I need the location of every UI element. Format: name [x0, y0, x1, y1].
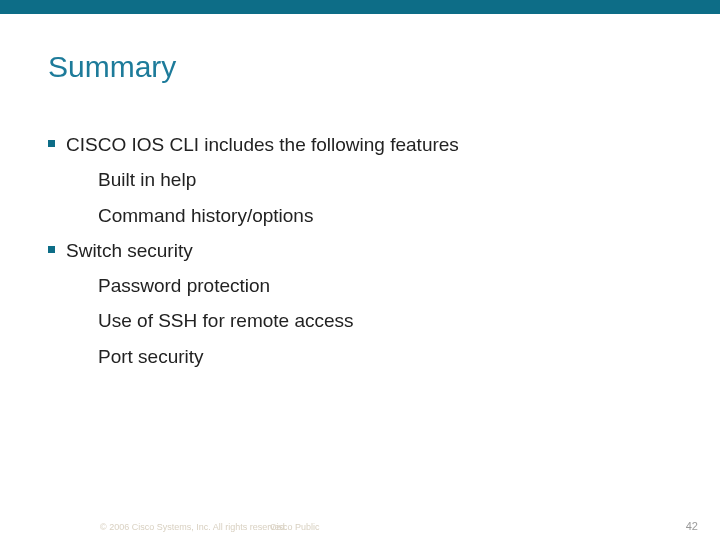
slide-footer: © 2006 Cisco Systems, Inc. All rights re… — [0, 514, 720, 534]
footer-label: Cisco Public — [270, 522, 320, 532]
bullet-level1: Switch security — [48, 234, 672, 267]
bullet-level2: Built in help — [48, 163, 672, 196]
bullet-level2: Command history/options — [48, 199, 672, 232]
slide-content: CISCO IOS CLI includes the following fea… — [48, 128, 672, 375]
bullet-level2: Password protection — [48, 269, 672, 302]
bullet-level2: Use of SSH for remote access — [48, 304, 672, 337]
slide-title: Summary — [48, 50, 176, 84]
bullet-level1: CISCO IOS CLI includes the following fea… — [48, 128, 672, 161]
top-accent-bar — [0, 0, 720, 14]
bullet-level2: Port security — [48, 340, 672, 373]
footer-copyright: © 2006 Cisco Systems, Inc. All rights re… — [100, 522, 287, 532]
slide: Summary CISCO IOS CLI includes the follo… — [0, 0, 720, 540]
page-number: 42 — [686, 520, 698, 532]
